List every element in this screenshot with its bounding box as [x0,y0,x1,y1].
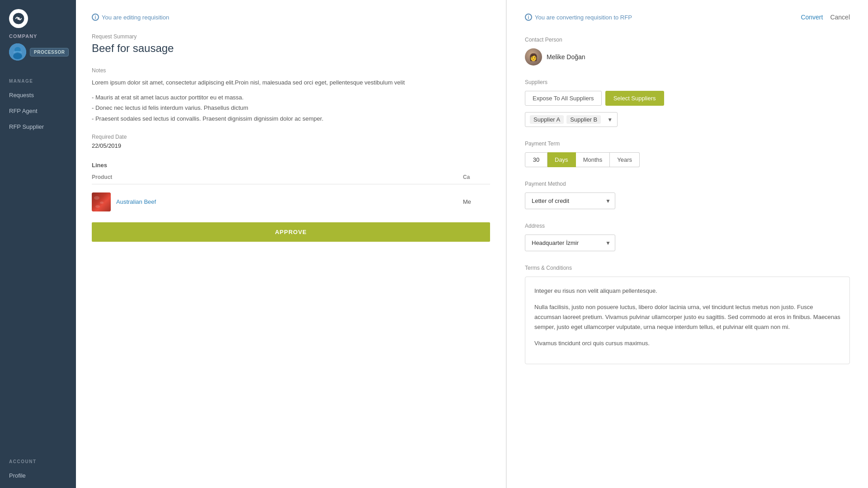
expose-all-suppliers-button[interactable]: Expose To All Suppliers [525,91,602,106]
processor-badge: PROCESSOR [9,43,69,61]
marbling-1 [94,196,99,200]
request-summary-label: Request Summary [92,33,490,40]
convert-header: i You are converting requisition to RFP … [525,14,850,21]
right-panel: i You are converting requisition to RFP … [506,0,868,488]
sidebar-item-rfp-agent[interactable]: RFP Agent [0,103,76,119]
sidebar-item-rfp-supplier[interactable]: RFP Supplier [0,119,76,135]
marbling-2 [100,202,104,204]
payment-method-label: Payment Method [525,181,850,187]
terms-text-1: Integer eu risus non velit aliquam pelle… [534,286,840,296]
info-icon: i [92,14,99,21]
payment-term-section: Payment Term Days Months Years [525,141,850,167]
sidebar: COMPANY PROCESSOR MANAGE Requests RFP Ag… [0,0,76,488]
terms-box: Integer eu risus non velit aliquam pelle… [525,277,850,364]
company-label: COMPANY [9,33,37,39]
sidebar-item-requests[interactable]: Requests [0,87,76,103]
payment-method-section: Payment Method Letter of credit Bank Tra… [525,181,850,209]
payment-term-label: Payment Term [525,141,850,147]
product-category: Me [463,198,490,205]
lines-header-product: Product [92,174,463,180]
required-date-value: 22/05/2019 [92,142,490,149]
payment-method-wrapper: Letter of credit Bank Transfer Cash ▼ [525,192,615,209]
supplier-tags-container[interactable]: Supplier A Supplier B ▼ [525,112,618,127]
suppliers-buttons: Expose To All Suppliers Select Suppliers [525,91,850,106]
term-days-button[interactable]: Days [547,152,576,167]
sidebar-logo-area: COMPANY PROCESSOR [0,0,76,70]
terms-text-3: Vivamus tincidunt orci quis cursus maxim… [534,338,840,348]
cancel-button[interactable]: Cancel [830,14,850,21]
edit-notice: i You are editing requisition [92,14,490,21]
product-image [92,192,111,211]
sidebar-item-profile[interactable]: Profile [0,468,76,483]
notes-text-main: Lorem ipsum dolor sit amet, consectetur … [92,78,490,88]
contact-avatar: 👩 [525,48,542,66]
beef-thumbnail [92,192,111,211]
address-label: Address [525,223,850,229]
select-suppliers-button[interactable]: Select Suppliers [605,91,664,106]
convert-info-icon: i [525,14,532,21]
table-row: Australian Beef Me [92,189,490,215]
address-select[interactable]: Headquarter İzmir Branch Office [525,235,615,251]
lines-header-cat: Ca [463,174,490,180]
supplier-dropdown-icon[interactable]: ▼ [607,117,613,123]
contact-name: Melike Doğan [547,53,585,61]
suppliers-label: Suppliers [525,79,850,85]
convert-notice: i You are converting requisition to RFP [525,14,632,21]
account-section-label: ACCOUNT [0,450,76,468]
lines-label: Lines [92,162,490,169]
notes-item-2: - Donec nec lectus id felis interdum var… [92,103,490,113]
address-wrapper: Headquarter İzmir Branch Office ▼ [525,235,615,251]
processor-tag: PROCESSOR [30,48,69,56]
contact-avatar-image: 👩 [525,48,542,66]
lines-header: Product Ca [92,174,490,184]
manage-section-label: MANAGE [0,70,76,87]
address-section: Address Headquarter İzmir Branch Office … [525,223,850,251]
supplier-tag-b: Supplier B [566,115,601,124]
terms-label: Terms & Conditions [525,265,850,271]
svg-point-1 [17,17,20,20]
logo-icon [9,9,28,28]
product-name[interactable]: Australian Beef [116,198,458,205]
main-area: i You are editing requisition Request Su… [76,0,868,488]
approve-button[interactable]: APPROVE [92,222,490,242]
required-date-label: Required Date [92,134,490,140]
notes-label: Notes [92,67,490,74]
contact-person: 👩 Melike Doğan [525,48,850,66]
payment-method-select[interactable]: Letter of credit Bank Transfer Cash [525,192,615,209]
payment-term-row: Days Months Years [525,152,850,167]
left-panel: i You are editing requisition Request Su… [76,0,506,488]
supplier-tag-a: Supplier A [530,115,564,124]
convert-button[interactable]: Convert [801,14,823,21]
marbling-3 [95,205,100,208]
processor-avatar [9,43,26,61]
request-title: Beef for sausage [92,42,490,55]
suppliers-section: Suppliers Expose To All Suppliers Select… [525,79,850,127]
term-years-button[interactable]: Years [610,152,640,167]
terms-text-2: Nulla facilisis, justo non posuere luctu… [534,302,840,332]
convert-actions: Convert Cancel [801,14,850,21]
payment-days-input[interactable] [525,152,547,167]
contact-person-label: Contact Person [525,37,850,43]
terms-section: Terms & Conditions Integer eu risus non … [525,265,850,364]
term-months-button[interactable]: Months [576,152,610,167]
notes-item-1: - Mauris at erat sit amet lacus auctor p… [92,92,490,103]
svg-point-4 [13,53,22,59]
notes-item-3: - Praesent sodales sed lectus id convall… [92,113,490,124]
